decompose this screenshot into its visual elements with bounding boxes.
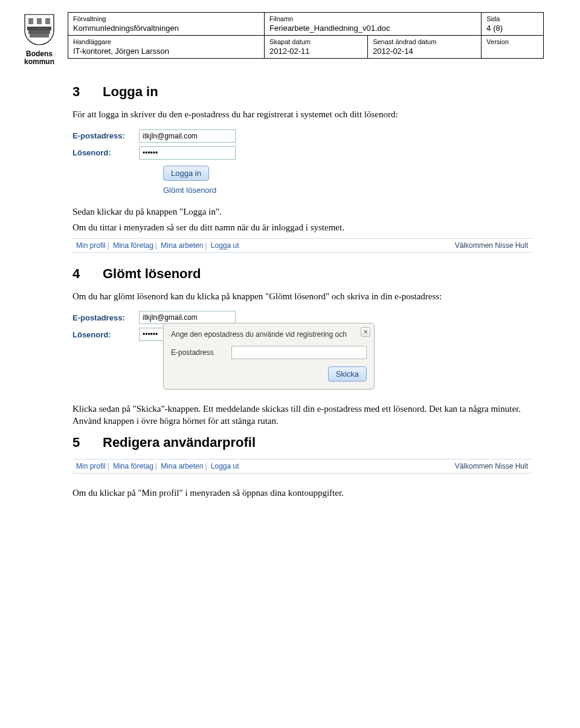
heading-title: Logga in — [103, 84, 158, 99]
document-header: Bodens kommun Förvaltning Kommunlednings… — [18, 12, 544, 66]
password-label: Lösenord: — [72, 330, 139, 339]
heading-title: Glömt lösenord — [103, 266, 201, 281]
heading-title: Redigera användarprofil — [103, 435, 256, 450]
meta-label: Filnamn — [269, 15, 476, 22]
meta-value: Kommunledningsförvaltningen — [73, 22, 259, 33]
meta-table: Förvaltning Kommunledningsförvaltningen … — [68, 12, 544, 59]
paragraph: Om du klickar på "Min profil" i menyrade… — [72, 487, 544, 499]
menu-my-profile[interactable]: Min profil — [76, 462, 106, 470]
section-3-heading: 3Logga in — [72, 84, 544, 100]
popup-message: Ange den epostadress du använde vid regi… — [171, 330, 367, 340]
password-field[interactable] — [139, 146, 236, 160]
welcome-text: Välkommen Nisse Hult — [455, 241, 528, 250]
menu-my-companies[interactable]: Mina företag — [113, 241, 153, 250]
close-icon[interactable]: ✕ — [361, 327, 370, 337]
meta-label: Version — [486, 38, 538, 45]
meta-label: Skapat datum — [269, 38, 362, 45]
heading-number: 5 — [72, 435, 103, 450]
document-body: 3Logga in För att logga in skriver du de… — [72, 84, 544, 499]
send-button[interactable]: Skicka — [328, 366, 367, 382]
svg-rect-1 — [37, 18, 42, 24]
menu-my-profile[interactable]: Min profil — [76, 241, 106, 250]
meta-label: Handläggare — [73, 38, 259, 45]
meta-label: Senast ändrad datum — [373, 38, 476, 45]
popup-email-label: E-postadress — [171, 348, 231, 357]
meta-label: Förvaltning — [73, 15, 259, 22]
paragraph: Klicka sedan på "Skicka"-knappen. Ett me… — [72, 403, 544, 427]
email-label: E-postadress: — [72, 313, 139, 322]
menu-my-jobs[interactable]: Mina arbeten — [161, 462, 203, 470]
paragraph: Om du har glömt lösenord kan du klicka p… — [72, 290, 544, 302]
email-field[interactable] — [139, 311, 236, 324]
menu-my-jobs[interactable]: Mina arbeten — [161, 241, 203, 250]
paragraph: Om du tittar i menyraden så ser du ditt … — [72, 221, 544, 233]
meta-value: IT-kontoret, Jörgen Larsson — [73, 45, 259, 56]
menu-my-companies[interactable]: Mina företag — [113, 462, 153, 470]
login-form: E-postadress: Lösenord: Logga in Glömt l… — [72, 129, 314, 195]
login-button[interactable]: Logga in — [163, 166, 209, 181]
meta-label: Sida — [486, 15, 538, 22]
popup-email-field[interactable] — [231, 346, 367, 359]
svg-rect-0 — [28, 18, 33, 24]
meta-value: 2012-02-11 — [269, 45, 362, 56]
meta-value — [486, 45, 538, 47]
section-4-heading: 4Glömt lösenord — [72, 266, 544, 282]
password-label: Lösenord: — [72, 148, 139, 157]
forgot-password-popup: ✕ Ange den epostadress du använde vid re… — [163, 323, 375, 389]
welcome-text: Välkommen Nisse Hult — [455, 462, 528, 470]
menu-bar: Min profil| Mina företag| Mina arbeten| … — [72, 238, 532, 253]
logo-text-2: kommun — [18, 58, 60, 66]
heading-number: 4 — [72, 266, 103, 282]
forgot-password-form: E-postadress: Lösenord: ✕ Ange den epost… — [72, 311, 544, 389]
menu-logout[interactable]: Logga ut — [211, 462, 239, 470]
forgot-password-link[interactable]: Glömt lösenord — [163, 186, 216, 195]
logo-block: Bodens kommun — [18, 12, 60, 66]
email-label: E-postadress: — [72, 131, 139, 140]
svg-rect-2 — [45, 18, 50, 24]
paragraph: Sedan klickar du på knappen "Logga in". — [72, 206, 544, 218]
menu-logout[interactable]: Logga ut — [211, 241, 239, 250]
section-5-heading: 5Redigera användarprofil — [72, 435, 544, 450]
meta-value: 4 (8) — [486, 22, 538, 33]
menu-bar: Min profil| Mina företag| Mina arbeten| … — [72, 459, 532, 473]
paragraph: För att logga in skriver du den e-postad… — [72, 108, 544, 120]
meta-value: Feriearbete_Handledning_v01.doc — [269, 22, 476, 33]
meta-value: 2012-02-14 — [373, 45, 476, 56]
shield-icon — [22, 12, 56, 46]
email-field[interactable] — [139, 129, 236, 143]
heading-number: 3 — [72, 84, 103, 100]
